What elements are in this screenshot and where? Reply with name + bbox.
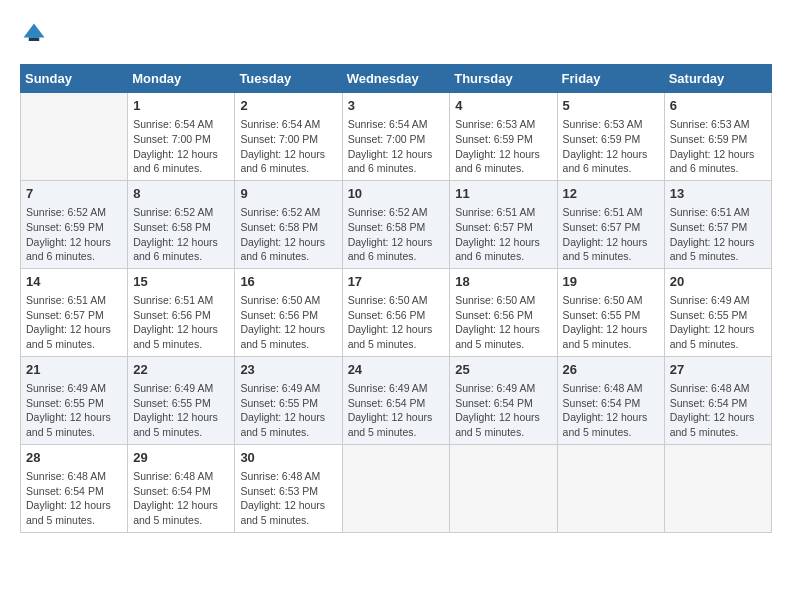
day-number: 14 [26, 273, 122, 291]
day-number: 2 [240, 97, 336, 115]
day-cell: 19Sunrise: 6:50 AMSunset: 6:55 PMDayligh… [557, 268, 664, 356]
day-info: Sunrise: 6:50 AMSunset: 6:56 PMDaylight:… [455, 293, 551, 352]
day-cell: 17Sunrise: 6:50 AMSunset: 6:56 PMDayligh… [342, 268, 450, 356]
week-row-4: 21Sunrise: 6:49 AMSunset: 6:55 PMDayligh… [21, 356, 772, 444]
day-number: 27 [670, 361, 766, 379]
day-number: 4 [455, 97, 551, 115]
col-header-monday: Monday [128, 65, 235, 93]
day-info: Sunrise: 6:49 AMSunset: 6:55 PMDaylight:… [26, 381, 122, 440]
day-cell: 5Sunrise: 6:53 AMSunset: 6:59 PMDaylight… [557, 93, 664, 181]
day-cell: 7Sunrise: 6:52 AMSunset: 6:59 PMDaylight… [21, 180, 128, 268]
svg-rect-1 [29, 38, 40, 42]
col-header-thursday: Thursday [450, 65, 557, 93]
day-number: 15 [133, 273, 229, 291]
day-number: 3 [348, 97, 445, 115]
logo-icon [20, 20, 48, 48]
day-number: 30 [240, 449, 336, 467]
day-number: 10 [348, 185, 445, 203]
day-cell: 23Sunrise: 6:49 AMSunset: 6:55 PMDayligh… [235, 356, 342, 444]
day-cell [21, 93, 128, 181]
day-cell: 25Sunrise: 6:49 AMSunset: 6:54 PMDayligh… [450, 356, 557, 444]
day-cell: 20Sunrise: 6:49 AMSunset: 6:55 PMDayligh… [664, 268, 771, 356]
day-number: 7 [26, 185, 122, 203]
day-info: Sunrise: 6:50 AMSunset: 6:56 PMDaylight:… [348, 293, 445, 352]
day-cell: 13Sunrise: 6:51 AMSunset: 6:57 PMDayligh… [664, 180, 771, 268]
day-info: Sunrise: 6:53 AMSunset: 6:59 PMDaylight:… [670, 117, 766, 176]
day-cell: 29Sunrise: 6:48 AMSunset: 6:54 PMDayligh… [128, 444, 235, 532]
day-info: Sunrise: 6:54 AMSunset: 7:00 PMDaylight:… [240, 117, 336, 176]
day-number: 29 [133, 449, 229, 467]
col-header-wednesday: Wednesday [342, 65, 450, 93]
day-number: 13 [670, 185, 766, 203]
day-info: Sunrise: 6:51 AMSunset: 6:57 PMDaylight:… [563, 205, 659, 264]
day-number: 1 [133, 97, 229, 115]
day-number: 12 [563, 185, 659, 203]
day-cell: 15Sunrise: 6:51 AMSunset: 6:56 PMDayligh… [128, 268, 235, 356]
day-info: Sunrise: 6:49 AMSunset: 6:55 PMDaylight:… [133, 381, 229, 440]
day-cell: 26Sunrise: 6:48 AMSunset: 6:54 PMDayligh… [557, 356, 664, 444]
day-cell: 28Sunrise: 6:48 AMSunset: 6:54 PMDayligh… [21, 444, 128, 532]
day-cell: 6Sunrise: 6:53 AMSunset: 6:59 PMDaylight… [664, 93, 771, 181]
day-cell [450, 444, 557, 532]
day-cell: 8Sunrise: 6:52 AMSunset: 6:58 PMDaylight… [128, 180, 235, 268]
day-number: 18 [455, 273, 551, 291]
day-info: Sunrise: 6:49 AMSunset: 6:54 PMDaylight:… [348, 381, 445, 440]
day-info: Sunrise: 6:53 AMSunset: 6:59 PMDaylight:… [563, 117, 659, 176]
day-cell: 1Sunrise: 6:54 AMSunset: 7:00 PMDaylight… [128, 93, 235, 181]
day-number: 9 [240, 185, 336, 203]
logo [20, 20, 52, 48]
day-info: Sunrise: 6:49 AMSunset: 6:54 PMDaylight:… [455, 381, 551, 440]
day-number: 24 [348, 361, 445, 379]
col-header-friday: Friday [557, 65, 664, 93]
day-number: 17 [348, 273, 445, 291]
day-cell: 30Sunrise: 6:48 AMSunset: 6:53 PMDayligh… [235, 444, 342, 532]
day-number: 22 [133, 361, 229, 379]
day-cell: 24Sunrise: 6:49 AMSunset: 6:54 PMDayligh… [342, 356, 450, 444]
day-info: Sunrise: 6:52 AMSunset: 6:59 PMDaylight:… [26, 205, 122, 264]
day-number: 19 [563, 273, 659, 291]
day-cell: 18Sunrise: 6:50 AMSunset: 6:56 PMDayligh… [450, 268, 557, 356]
day-number: 21 [26, 361, 122, 379]
day-info: Sunrise: 6:48 AMSunset: 6:53 PMDaylight:… [240, 469, 336, 528]
day-info: Sunrise: 6:52 AMSunset: 6:58 PMDaylight:… [133, 205, 229, 264]
day-info: Sunrise: 6:49 AMSunset: 6:55 PMDaylight:… [240, 381, 336, 440]
day-info: Sunrise: 6:52 AMSunset: 6:58 PMDaylight:… [348, 205, 445, 264]
day-number: 28 [26, 449, 122, 467]
week-row-1: 1Sunrise: 6:54 AMSunset: 7:00 PMDaylight… [21, 93, 772, 181]
day-cell: 11Sunrise: 6:51 AMSunset: 6:57 PMDayligh… [450, 180, 557, 268]
day-cell: 21Sunrise: 6:49 AMSunset: 6:55 PMDayligh… [21, 356, 128, 444]
page-header [20, 20, 772, 48]
day-number: 8 [133, 185, 229, 203]
day-number: 23 [240, 361, 336, 379]
day-number: 20 [670, 273, 766, 291]
day-info: Sunrise: 6:51 AMSunset: 6:57 PMDaylight:… [455, 205, 551, 264]
day-cell: 10Sunrise: 6:52 AMSunset: 6:58 PMDayligh… [342, 180, 450, 268]
day-cell [342, 444, 450, 532]
day-info: Sunrise: 6:48 AMSunset: 6:54 PMDaylight:… [670, 381, 766, 440]
day-number: 5 [563, 97, 659, 115]
day-info: Sunrise: 6:51 AMSunset: 6:57 PMDaylight:… [670, 205, 766, 264]
day-cell: 27Sunrise: 6:48 AMSunset: 6:54 PMDayligh… [664, 356, 771, 444]
header-row: SundayMondayTuesdayWednesdayThursdayFrid… [21, 65, 772, 93]
day-cell: 12Sunrise: 6:51 AMSunset: 6:57 PMDayligh… [557, 180, 664, 268]
day-cell: 16Sunrise: 6:50 AMSunset: 6:56 PMDayligh… [235, 268, 342, 356]
day-info: Sunrise: 6:52 AMSunset: 6:58 PMDaylight:… [240, 205, 336, 264]
day-info: Sunrise: 6:48 AMSunset: 6:54 PMDaylight:… [26, 469, 122, 528]
day-info: Sunrise: 6:50 AMSunset: 6:55 PMDaylight:… [563, 293, 659, 352]
day-info: Sunrise: 6:54 AMSunset: 7:00 PMDaylight:… [348, 117, 445, 176]
week-row-5: 28Sunrise: 6:48 AMSunset: 6:54 PMDayligh… [21, 444, 772, 532]
day-number: 26 [563, 361, 659, 379]
svg-marker-0 [24, 24, 45, 38]
day-number: 16 [240, 273, 336, 291]
day-cell: 14Sunrise: 6:51 AMSunset: 6:57 PMDayligh… [21, 268, 128, 356]
day-number: 6 [670, 97, 766, 115]
day-number: 25 [455, 361, 551, 379]
day-cell: 4Sunrise: 6:53 AMSunset: 6:59 PMDaylight… [450, 93, 557, 181]
day-info: Sunrise: 6:54 AMSunset: 7:00 PMDaylight:… [133, 117, 229, 176]
col-header-sunday: Sunday [21, 65, 128, 93]
week-row-3: 14Sunrise: 6:51 AMSunset: 6:57 PMDayligh… [21, 268, 772, 356]
col-header-tuesday: Tuesday [235, 65, 342, 93]
day-cell: 9Sunrise: 6:52 AMSunset: 6:58 PMDaylight… [235, 180, 342, 268]
day-info: Sunrise: 6:48 AMSunset: 6:54 PMDaylight:… [133, 469, 229, 528]
col-header-saturday: Saturday [664, 65, 771, 93]
